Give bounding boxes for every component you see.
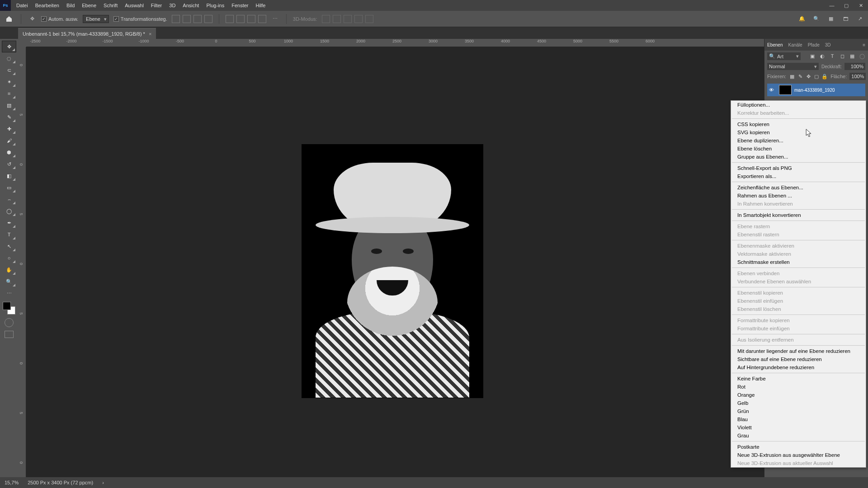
shape-tool[interactable]: ○ [2,252,16,264]
context-item[interactable]: Gruppe aus Ebenen... [731,153,866,161]
context-item[interactable]: Gelb [731,399,866,407]
filter-type-icon[interactable]: T [829,53,835,59]
marquee-tool[interactable]: ◌ [2,52,16,64]
context-item[interactable]: SVG kopieren [731,128,866,136]
visibility-icon[interactable]: 👁 [769,87,776,93]
info-chevron-icon[interactable]: › [102,480,104,485]
context-item[interactable]: Rahmen aus Ebenen ... [731,192,866,200]
context-item[interactable]: Orange [731,391,866,399]
menu-ebene[interactable]: Ebene [78,3,100,8]
auto-select-target[interactable]: Ebene [83,15,109,23]
type-tool[interactable]: T [2,229,16,240]
edit-toolbar[interactable]: ⋯ [2,287,16,299]
close-button[interactable]: ✕ [854,0,868,11]
menu-schrift[interactable]: Schrift [100,3,121,8]
align-left-icon[interactable] [172,15,180,23]
context-item[interactable]: Sichtbare auf eine Ebene reduzieren [731,355,866,363]
menu-auswahl[interactable]: Auswahl [121,3,147,8]
panel-tab-ebenen[interactable]: Ebenen [767,42,783,47]
menu-filter[interactable]: Filter [147,3,165,8]
header-tool-3[interactable]: 🗔 [841,16,850,22]
menu-bearbeiten[interactable]: Bearbeiten [32,3,63,8]
filter-image-icon[interactable]: ▣ [809,53,816,59]
context-item[interactable]: Grün [731,407,866,415]
context-item[interactable]: Violett [731,423,866,432]
magic-wand-tool[interactable]: ✶ [2,76,16,88]
layer-context-menu[interactable]: Fülloptionen...Korrektur bearbeiten...CS… [731,100,866,468]
brush-tool[interactable]: 🖌 [2,135,16,146]
menu-bild[interactable]: Bild [63,3,78,8]
dodge-tool[interactable]: ◯ [2,205,16,217]
crop-tool[interactable]: ⌗ [2,88,16,99]
header-tool-1[interactable]: 🔍 [812,16,821,22]
menu-hilfe[interactable]: Hilfe [252,3,269,8]
align-hcenter-icon[interactable] [183,15,191,23]
menu-3d[interactable]: 3D [165,3,179,8]
lock-all-icon[interactable]: 🔒 [821,73,828,80]
context-item[interactable]: Keine Farbe [731,375,866,383]
distribute-icon[interactable] [204,15,212,23]
lock-pixels-icon[interactable]: ▦ [789,73,795,80]
minimize-button[interactable]: — [825,0,839,11]
layer-thumbnail[interactable] [779,85,792,95]
canvas[interactable] [26,47,764,477]
lock-artboard-icon[interactable]: ▢ [813,73,820,80]
align-right-icon[interactable] [193,15,202,23]
maximize-button[interactable]: ▢ [839,0,854,11]
context-item[interactable]: Fülloptionen... [731,101,866,109]
move-tool[interactable]: ✥ [2,41,16,52]
transform-controls-checkbox[interactable]: ✓Transformationssteg. [113,16,167,22]
foreground-color[interactable] [3,302,11,310]
panel-tab-pfade[interactable]: Pfade [808,42,820,47]
context-item[interactable]: Exportieren als... [731,172,866,180]
filter-shape-icon[interactable]: ◻ [839,53,845,59]
context-item[interactable]: Ebene duplizieren... [731,136,866,145]
close-tab-icon[interactable]: × [149,31,151,37]
path-select-tool[interactable]: ↖ [2,240,16,252]
panel-tab-3d[interactable]: 3D [825,42,831,47]
hand-tool[interactable]: ✋ [2,264,16,276]
menu-datei[interactable]: Datei [13,3,32,8]
align-top-icon[interactable] [226,15,234,23]
header-tool-2[interactable]: ▦ [826,16,835,22]
context-item[interactable]: Neue 3D-Extrusion aus ausgewählter Ebene [731,451,866,459]
eraser-tool[interactable]: ◧ [2,170,16,182]
context-item[interactable]: Zeichenfläche aus Ebenen... [731,183,866,192]
pen-tool[interactable]: ✒ [2,217,16,229]
context-item[interactable]: Postkarte [731,443,866,451]
quick-mask-icon[interactable] [5,318,14,327]
filter-toggle-icon[interactable]: ◯ [859,53,865,59]
fill-field[interactable]: 100% [849,73,866,80]
color-swatches[interactable] [3,302,15,314]
context-item[interactable]: Schnittmaske erstellen [731,258,866,266]
menu-plug-ins[interactable]: Plug-ins [203,3,228,8]
header-tool-4[interactable]: ↗ [855,16,864,22]
context-item[interactable]: CSS kopieren [731,120,866,128]
eyedropper-tool[interactable]: ✎ [2,111,16,123]
align-vcenter-icon[interactable] [236,15,245,23]
lock-position-icon[interactable]: ✎ [797,73,803,80]
blur-tool[interactable]: ⌢ [2,193,16,205]
healing-tool[interactable]: ✚ [2,123,16,135]
panel-menu-icon[interactable]: ≡ [863,42,865,47]
zoom-tool[interactable]: 🔍 [2,276,16,287]
context-item[interactable]: Rot [731,383,866,391]
clone-stamp-tool[interactable]: ⬢ [2,146,16,158]
opacity-field[interactable]: 100% [844,63,865,70]
filter-smart-icon[interactable]: ▦ [849,53,855,59]
auto-select-checkbox[interactable]: ✓Autom. ausw. [41,16,78,22]
gradient-tool[interactable]: ▭ [2,182,16,193]
document-tab[interactable]: Unbenannt-1 bei 15,7% (man-4333898_1920,… [18,28,156,39]
panel-tab-kanäle[interactable]: Kanäle [788,42,802,47]
history-brush-tool[interactable]: ↺ [2,158,16,170]
layer-filter-type[interactable]: 🔍 Art ▾ [767,52,801,60]
distribute-v-icon[interactable] [258,15,266,23]
lasso-tool[interactable]: ⊂ [2,64,16,76]
canvas-area[interactable]: -2500-2000-1500-1000-5000500100015002000… [18,39,764,477]
header-tool-0[interactable]: 🔔 [797,16,807,22]
align-bottom-icon[interactable] [247,15,255,23]
menu-fenster[interactable]: Fenster [228,3,252,8]
filter-adjust-icon[interactable]: ◐ [819,53,826,59]
frame-tool[interactable]: ▧ [2,99,16,111]
context-item[interactable]: Ebene löschen [731,145,866,153]
